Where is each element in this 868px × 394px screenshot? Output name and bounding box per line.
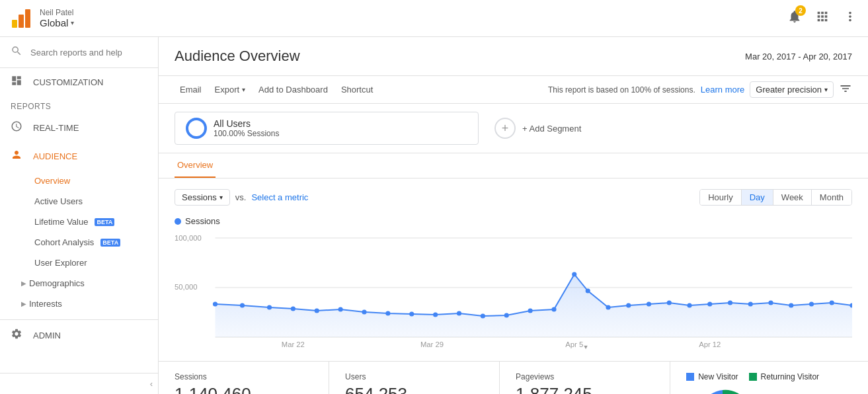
sidebar-sub-item-active-users[interactable]: Active Users xyxy=(0,191,158,212)
content-header: Audience Overview Mar 20, 2017 - Apr 20,… xyxy=(159,37,868,76)
svg-rect-2 xyxy=(25,9,30,28)
realtime-icon xyxy=(11,120,22,136)
time-btn-day[interactable]: Day xyxy=(742,190,773,205)
filter-icon[interactable] xyxy=(839,82,852,98)
segment-name: All Users xyxy=(214,118,279,129)
learn-more-link[interactable]: Learn more xyxy=(701,85,744,95)
pie-legend: New Visitor Returning Visitor xyxy=(686,372,852,381)
notification-badge: 2 xyxy=(795,5,806,16)
svg-point-22 xyxy=(433,313,438,317)
segment-info: All Users 100.00% Sessions xyxy=(214,118,279,138)
svg-point-31 xyxy=(626,303,631,308)
stat-pageviews: Pageviews 1,877,245 xyxy=(500,362,670,394)
toolbar-right: This report is based on 100% of sessions… xyxy=(548,81,852,98)
sidebar-item-real-time[interactable]: REAL-TIME xyxy=(0,114,158,142)
new-visitor-legend: New Visitor xyxy=(686,372,738,381)
interests-label: Interests xyxy=(29,299,62,309)
search-icon xyxy=(11,45,22,59)
sidebar-sub-item-user-explorer[interactable]: User Explorer xyxy=(0,253,158,273)
time-btn-month[interactable]: Month xyxy=(812,190,851,205)
interests-expand-icon: ▶ xyxy=(21,300,26,307)
new-visitor-label: New Visitor xyxy=(698,372,738,381)
sidebar-search xyxy=(0,37,158,68)
more-options-icon[interactable] xyxy=(843,9,857,27)
chart-left-controls: Sessions ▾ vs. Select a metric xyxy=(175,189,308,206)
stat-users-value: 654,253 xyxy=(345,384,483,394)
time-btn-hourly[interactable]: Hourly xyxy=(700,190,742,205)
stat-sessions-value: 1,140,460 xyxy=(175,384,313,394)
report-info: This report is based on 100% of sessions… xyxy=(548,85,695,95)
apps-grid-icon[interactable] xyxy=(815,9,830,27)
svg-point-18 xyxy=(338,307,343,312)
sidebar: CUSTOMIZATION Reports REAL-TIME AUDIENCE… xyxy=(0,37,159,394)
admin-icon xyxy=(11,328,22,343)
precision-dropdown[interactable]: Greater precision ▾ xyxy=(750,81,834,98)
audience-label: AUDIENCE xyxy=(33,151,77,161)
svg-point-34 xyxy=(687,303,691,308)
svg-point-38 xyxy=(768,301,773,305)
stat-sessions-label: Sessions xyxy=(175,372,313,381)
svg-point-36 xyxy=(728,301,732,305)
metric-dropdown[interactable]: Sessions ▾ xyxy=(175,189,230,206)
visitor-type-pie-chart xyxy=(686,387,759,394)
svg-text:▼: ▼ xyxy=(583,344,589,350)
add-dashboard-button[interactable]: Add to Dashboard xyxy=(253,82,333,97)
sidebar-item-interests[interactable]: ▶ Interests xyxy=(0,294,158,314)
svg-point-19 xyxy=(362,310,366,315)
segments-row: All Users 100.00% Sessions + + Add Segme… xyxy=(159,104,868,153)
svg-point-37 xyxy=(748,302,753,307)
add-segment-circle: + xyxy=(494,118,516,139)
toolbar: Email Export ▾ Add to Dashboard Shortcut… xyxy=(159,76,868,104)
svg-text:Mar 29: Mar 29 xyxy=(420,340,444,348)
svg-rect-1 xyxy=(19,15,24,28)
sidebar-item-demographics[interactable]: ▶ Demographics xyxy=(0,273,158,294)
date-range: Mar 20, 2017 - Apr 20, 2017 xyxy=(745,52,852,61)
export-button[interactable]: Export ▾ xyxy=(210,82,251,97)
svg-point-24 xyxy=(481,314,485,319)
time-btn-week[interactable]: Week xyxy=(773,190,812,205)
svg-point-35 xyxy=(707,302,712,307)
main-layout: CUSTOMIZATION Reports REAL-TIME AUDIENCE… xyxy=(0,37,868,394)
sidebar-item-admin[interactable]: ADMIN xyxy=(0,319,158,350)
svg-text:Apr 12: Apr 12 xyxy=(699,340,721,348)
demographics-expand-icon: ▶ xyxy=(21,280,26,287)
user-info: Neil Patel Global ▾ xyxy=(40,8,74,28)
audience-icon xyxy=(11,149,22,164)
sidebar-sub-item-lifetime-value[interactable]: Lifetime Value BETA xyxy=(0,212,158,232)
shortcut-button[interactable]: Shortcut xyxy=(336,82,378,97)
user-name: Neil Patel xyxy=(40,8,74,17)
search-input[interactable] xyxy=(30,48,147,58)
svg-point-14 xyxy=(240,303,245,308)
sessions-legend-label: Sessions xyxy=(185,216,220,226)
svg-point-21 xyxy=(409,312,414,317)
svg-point-39 xyxy=(789,303,793,308)
sidebar-sub-item-overview[interactable]: Overview xyxy=(0,171,158,191)
svg-point-27 xyxy=(551,307,556,312)
add-segment-button[interactable]: + + Add Segment xyxy=(484,112,592,144)
svg-rect-0 xyxy=(12,20,17,28)
sidebar-item-audience[interactable]: AUDIENCE xyxy=(0,142,158,171)
chart-section: Sessions ▾ vs. Select a metric Hourly Da… xyxy=(159,178,868,361)
email-button[interactable]: Email xyxy=(175,82,207,97)
sidebar-collapse-button[interactable]: ‹ xyxy=(0,373,158,394)
realtime-label: REAL-TIME xyxy=(33,123,79,133)
sidebar-sub-item-cohort-analysis[interactable]: Cohort Analysis BETA xyxy=(0,232,158,253)
svg-text:Mar 22: Mar 22 xyxy=(282,340,305,348)
stat-sessions: Sessions 1,140,460 xyxy=(159,362,329,394)
content-area: Audience Overview Mar 20, 2017 - Apr 20,… xyxy=(159,37,868,394)
chart-controls: Sessions ▾ vs. Select a metric Hourly Da… xyxy=(175,189,852,206)
svg-point-16 xyxy=(291,307,296,311)
returning-visitor-color xyxy=(749,373,757,381)
segment-all-users[interactable]: All Users 100.00% Sessions xyxy=(175,112,479,145)
property-dropdown[interactable]: Global ▾ xyxy=(40,17,74,28)
sidebar-item-customization[interactable]: CUSTOMIZATION xyxy=(0,68,158,97)
select-metric-link[interactable]: Select a metric xyxy=(251,192,308,202)
new-visitor-color xyxy=(686,373,694,381)
stat-pageviews-value: 1,877,245 xyxy=(516,384,654,394)
chart-legend: Sessions xyxy=(175,216,852,226)
svg-point-28 xyxy=(572,272,576,277)
ga-logo-icon xyxy=(11,8,32,29)
notification-icon[interactable]: 2 xyxy=(787,9,802,27)
svg-point-13 xyxy=(213,302,217,307)
tab-overview[interactable]: Overview xyxy=(175,153,216,178)
